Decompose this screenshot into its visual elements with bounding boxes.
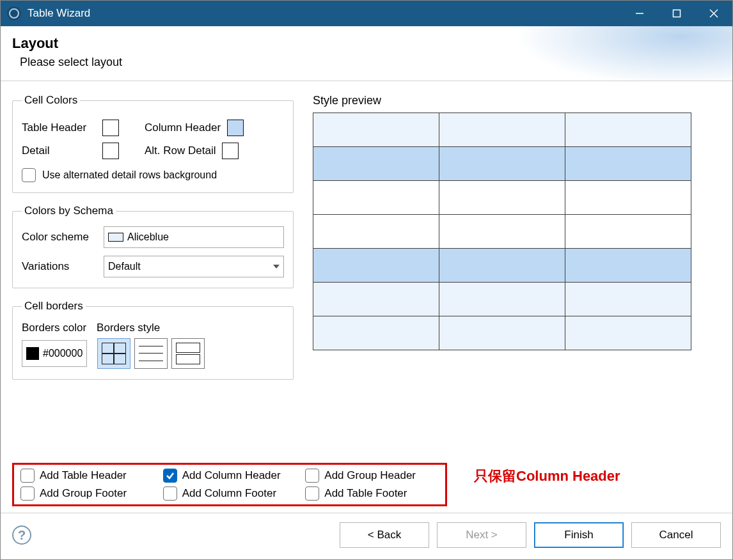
column-header-swatch[interactable]	[227, 120, 244, 136]
chevron-down-icon	[273, 265, 280, 268]
borders-color-picker[interactable]: #000000	[22, 340, 87, 367]
variations-value: Default	[108, 261, 141, 272]
add-group-footer-checkbox[interactable]	[20, 486, 35, 501]
add-group-header-label: Add Group Header	[324, 469, 416, 482]
color-scheme-select[interactable]: Aliceblue	[104, 226, 284, 248]
preview-row	[313, 316, 691, 350]
color-scheme-value: Aliceblue	[127, 231, 169, 243]
style-preview-label: Style preview	[313, 94, 721, 107]
style-preview-table	[313, 113, 691, 350]
colors-by-schema-legend: Colors by Schema	[22, 205, 116, 217]
cell-borders-legend: Cell borders	[22, 300, 86, 313]
preview-row	[313, 147, 691, 181]
colors-by-schema-group: Colors by Schema Color scheme Aliceblue …	[12, 205, 294, 288]
add-column-header-label: Add Column Header	[182, 469, 281, 482]
cell-colors-group: Cell Colors Table Header Column Header D…	[12, 94, 294, 193]
add-table-footer-label: Add Table Footer	[324, 487, 407, 500]
add-group-header-checkbox[interactable]	[305, 469, 319, 483]
window: Table Wizard Layout Please select layout…	[0, 0, 733, 560]
add-group-footer-option[interactable]: Add Group Footer	[20, 486, 154, 501]
content: Cell Colors Table Header Column Header D…	[1, 81, 732, 463]
window-controls	[621, 1, 732, 26]
add-column-footer-label: Add Column Footer	[182, 487, 276, 500]
alt-row-detail-swatch[interactable]	[222, 143, 239, 159]
borders-color-label: Borders color	[22, 322, 86, 334]
borders-style-label: Borders style	[97, 322, 160, 334]
use-alt-bg-label: Use alternated detail rows background	[42, 169, 217, 181]
color-swatch-icon	[26, 347, 39, 360]
preview-row	[313, 249, 691, 283]
column-header-label: Column Header	[145, 121, 221, 134]
border-style-grid[interactable]	[97, 338, 130, 369]
variations-select[interactable]: Default	[104, 256, 284, 277]
variations-label: Variations	[22, 260, 104, 273]
app-icon	[7, 6, 21, 20]
header-footer-options: Add Table Header Add Column Header Add G…	[12, 463, 447, 506]
border-style-box[interactable]	[171, 338, 205, 369]
add-table-footer-option[interactable]: Add Table Footer	[305, 486, 439, 501]
footer: ? < Back Next > Finish Cancel	[1, 513, 732, 559]
preview-row	[313, 283, 691, 316]
preview-row	[313, 215, 691, 249]
help-icon[interactable]: ?	[12, 525, 31, 545]
add-group-footer-label: Add Group Footer	[40, 487, 127, 500]
detail-label: Detail	[22, 144, 96, 157]
svg-rect-1	[674, 10, 681, 17]
banner-sheen	[502, 26, 732, 81]
preview-row	[313, 181, 691, 215]
add-column-header-option[interactable]: Add Column Header	[163, 469, 297, 483]
right-column: Style preview	[313, 94, 721, 463]
add-table-header-option[interactable]: Add Table Header	[20, 469, 154, 483]
cell-colors-legend: Cell Colors	[22, 94, 80, 107]
add-table-header-checkbox[interactable]	[20, 469, 35, 483]
detail-swatch[interactable]	[102, 143, 119, 159]
color-scheme-label: Color scheme	[22, 231, 104, 244]
add-table-header-label: Add Table Header	[40, 469, 127, 482]
use-alt-bg-row[interactable]: Use alternated detail rows background	[22, 168, 284, 182]
close-button[interactable]	[695, 1, 732, 26]
alt-row-detail-label: Alt. Row Detail	[145, 144, 216, 157]
cancel-button[interactable]: Cancel	[631, 522, 721, 548]
add-column-footer-checkbox[interactable]	[163, 486, 177, 501]
add-group-header-option[interactable]: Add Group Header	[305, 469, 439, 483]
borders-style-picker	[97, 338, 205, 369]
maximize-button[interactable]	[658, 1, 695, 26]
scheme-swatch-icon	[108, 233, 123, 242]
minimize-button[interactable]	[621, 1, 658, 26]
finish-button[interactable]: Finish	[534, 522, 624, 548]
annotation-text: 只保留Column Header	[474, 467, 620, 486]
add-column-footer-option[interactable]: Add Column Footer	[163, 486, 297, 501]
banner: Layout Please select layout	[1, 26, 732, 81]
cell-borders-group: Cell borders Borders color Borders style…	[12, 300, 294, 380]
use-alt-bg-checkbox[interactable]	[22, 168, 36, 182]
preview-row	[313, 113, 691, 147]
add-table-footer-checkbox[interactable]	[305, 486, 319, 501]
left-column: Cell Colors Table Header Column Header D…	[12, 94, 294, 463]
back-button[interactable]: < Back	[340, 522, 429, 548]
table-header-label: Table Header	[22, 121, 96, 134]
window-title: Table Wizard	[28, 7, 90, 20]
add-column-header-checkbox[interactable]	[163, 469, 177, 483]
border-style-lines[interactable]	[134, 338, 168, 369]
titlebar: Table Wizard	[1, 1, 732, 26]
table-header-swatch[interactable]	[102, 120, 119, 136]
next-button[interactable]: Next >	[437, 522, 526, 548]
borders-color-value: #000000	[43, 348, 83, 359]
